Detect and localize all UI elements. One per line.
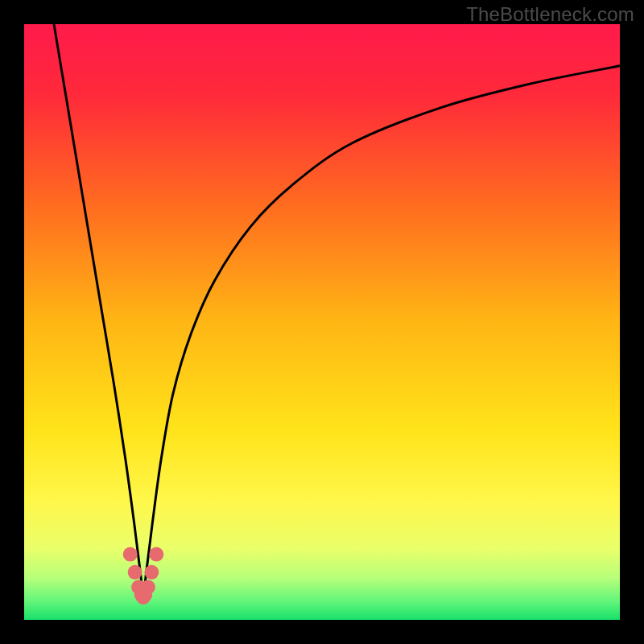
chart-frame: TheBottleneck.com	[0, 0, 644, 644]
gradient-background	[24, 24, 620, 620]
sweet-spot-marker	[149, 547, 163, 562]
watermark-text: TheBottleneck.com	[466, 3, 634, 26]
chart-svg	[24, 24, 620, 620]
sweet-spot-marker	[128, 565, 142, 580]
plot-area	[24, 24, 620, 620]
sweet-spot-marker	[141, 580, 155, 594]
sweet-spot-marker	[144, 565, 159, 580]
sweet-spot-marker	[123, 547, 138, 562]
